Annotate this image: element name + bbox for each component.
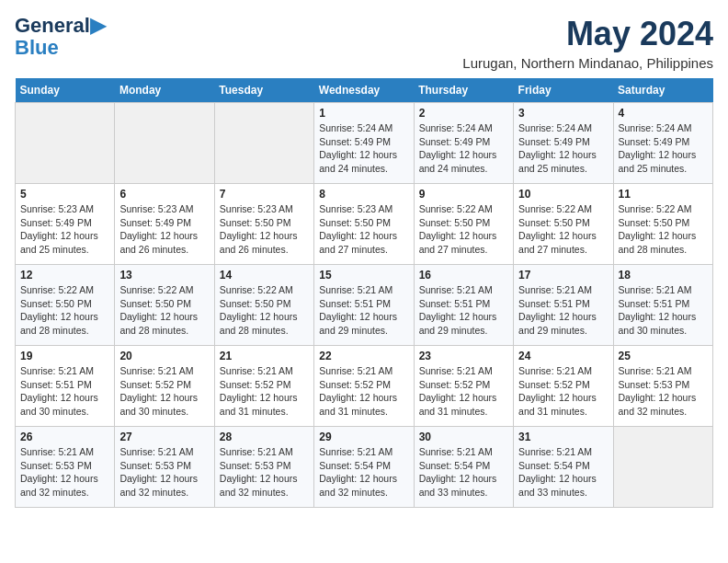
calendar-cell: 28Sunrise: 5:21 AMSunset: 5:53 PMDayligh… xyxy=(214,427,313,508)
weekday-header: Saturday xyxy=(613,78,712,103)
day-number: 25 xyxy=(619,350,708,362)
calendar-week-row: 19Sunrise: 5:21 AMSunset: 5:51 PMDayligh… xyxy=(16,346,713,427)
logo-text: General▶Blue xyxy=(15,15,106,59)
calendar-cell: 12Sunrise: 5:22 AMSunset: 5:50 PMDayligh… xyxy=(16,265,115,346)
day-detail: Sunrise: 5:21 AMSunset: 5:51 PMDaylight:… xyxy=(319,283,408,338)
day-detail: Sunrise: 5:22 AMSunset: 5:50 PMDaylight:… xyxy=(518,202,608,257)
day-number: 11 xyxy=(619,188,708,201)
day-detail: Sunrise: 5:23 AMSunset: 5:50 PMDaylight:… xyxy=(220,202,309,257)
day-number: 18 xyxy=(619,269,708,282)
calendar-cell xyxy=(214,103,313,184)
day-number: 31 xyxy=(518,431,608,443)
calendar-cell: 31Sunrise: 5:21 AMSunset: 5:54 PMDayligh… xyxy=(514,427,613,508)
calendar-cell xyxy=(115,103,214,184)
day-detail: Sunrise: 5:21 AMSunset: 5:52 PMDaylight:… xyxy=(518,364,608,419)
day-detail: Sunrise: 5:21 AMSunset: 5:52 PMDaylight:… xyxy=(220,364,309,419)
day-number: 21 xyxy=(220,350,309,362)
day-detail: Sunrise: 5:24 AMSunset: 5:49 PMDaylight:… xyxy=(419,121,508,176)
day-detail: Sunrise: 5:22 AMSunset: 5:50 PMDaylight:… xyxy=(20,283,109,338)
day-number: 17 xyxy=(518,269,608,282)
day-detail: Sunrise: 5:23 AMSunset: 5:50 PMDaylight:… xyxy=(319,202,408,257)
calendar-cell: 19Sunrise: 5:21 AMSunset: 5:51 PMDayligh… xyxy=(16,346,115,427)
weekday-header: Sunday xyxy=(16,78,115,103)
day-detail: Sunrise: 5:24 AMSunset: 5:49 PMDaylight:… xyxy=(619,121,708,176)
day-number: 26 xyxy=(20,431,109,443)
calendar-cell: 22Sunrise: 5:21 AMSunset: 5:52 PMDayligh… xyxy=(314,346,414,427)
day-detail: Sunrise: 5:23 AMSunset: 5:49 PMDaylight:… xyxy=(119,202,209,257)
day-number: 28 xyxy=(220,431,309,443)
calendar-cell: 6Sunrise: 5:23 AMSunset: 5:49 PMDaylight… xyxy=(115,184,214,265)
calendar-week-row: 26Sunrise: 5:21 AMSunset: 5:53 PMDayligh… xyxy=(16,427,713,508)
day-number: 16 xyxy=(419,269,508,282)
day-number: 27 xyxy=(119,431,209,443)
day-detail: Sunrise: 5:24 AMSunset: 5:49 PMDaylight:… xyxy=(319,121,408,176)
calendar-cell: 16Sunrise: 5:21 AMSunset: 5:51 PMDayligh… xyxy=(414,265,513,346)
day-detail: Sunrise: 5:22 AMSunset: 5:50 PMDaylight:… xyxy=(619,202,708,257)
weekday-header: Monday xyxy=(115,78,214,103)
day-number: 2 xyxy=(419,107,508,120)
calendar-header-row: SundayMondayTuesdayWednesdayThursdayFrid… xyxy=(16,78,713,103)
calendar-cell: 7Sunrise: 5:23 AMSunset: 5:50 PMDaylight… xyxy=(214,184,313,265)
weekday-header: Thursday xyxy=(414,78,513,103)
calendar-cell xyxy=(613,427,712,508)
day-number: 15 xyxy=(319,269,408,282)
day-detail: Sunrise: 5:21 AMSunset: 5:51 PMDaylight:… xyxy=(619,283,708,338)
location: Lurugan, Northern Mindanao, Philippines xyxy=(462,55,713,71)
calendar-cell: 30Sunrise: 5:21 AMSunset: 5:54 PMDayligh… xyxy=(414,427,513,508)
calendar-cell: 21Sunrise: 5:21 AMSunset: 5:52 PMDayligh… xyxy=(214,346,313,427)
day-detail: Sunrise: 5:21 AMSunset: 5:53 PMDaylight:… xyxy=(119,445,209,500)
day-detail: Sunrise: 5:21 AMSunset: 5:53 PMDaylight:… xyxy=(220,445,309,500)
calendar-cell: 18Sunrise: 5:21 AMSunset: 5:51 PMDayligh… xyxy=(613,265,712,346)
day-detail: Sunrise: 5:21 AMSunset: 5:52 PMDaylight:… xyxy=(119,364,209,419)
calendar-cell: 9Sunrise: 5:22 AMSunset: 5:50 PMDaylight… xyxy=(414,184,513,265)
calendar-table: SundayMondayTuesdayWednesdayThursdayFrid… xyxy=(15,78,713,508)
calendar-cell: 25Sunrise: 5:21 AMSunset: 5:53 PMDayligh… xyxy=(613,346,712,427)
calendar-cell: 17Sunrise: 5:21 AMSunset: 5:51 PMDayligh… xyxy=(514,265,613,346)
day-detail: Sunrise: 5:21 AMSunset: 5:53 PMDaylight:… xyxy=(619,364,708,419)
calendar-cell: 26Sunrise: 5:21 AMSunset: 5:53 PMDayligh… xyxy=(16,427,115,508)
day-number: 22 xyxy=(319,350,408,362)
weekday-header: Tuesday xyxy=(214,78,313,103)
calendar-cell: 29Sunrise: 5:21 AMSunset: 5:54 PMDayligh… xyxy=(314,427,414,508)
calendar-cell: 15Sunrise: 5:21 AMSunset: 5:51 PMDayligh… xyxy=(314,265,414,346)
calendar-cell: 1Sunrise: 5:24 AMSunset: 5:49 PMDaylight… xyxy=(314,103,414,184)
day-number: 9 xyxy=(419,188,508,201)
calendar-cell: 13Sunrise: 5:22 AMSunset: 5:50 PMDayligh… xyxy=(115,265,214,346)
day-number: 6 xyxy=(119,188,209,201)
day-detail: Sunrise: 5:21 AMSunset: 5:54 PMDaylight:… xyxy=(419,445,508,500)
calendar-cell xyxy=(16,103,115,184)
calendar-cell: 4Sunrise: 5:24 AMSunset: 5:49 PMDaylight… xyxy=(613,103,712,184)
calendar-cell: 5Sunrise: 5:23 AMSunset: 5:49 PMDaylight… xyxy=(16,184,115,265)
day-detail: Sunrise: 5:21 AMSunset: 5:51 PMDaylight:… xyxy=(20,364,109,419)
day-number: 30 xyxy=(419,431,508,443)
calendar-cell: 27Sunrise: 5:21 AMSunset: 5:53 PMDayligh… xyxy=(115,427,214,508)
day-detail: Sunrise: 5:21 AMSunset: 5:51 PMDaylight:… xyxy=(518,283,608,338)
calendar-cell: 23Sunrise: 5:21 AMSunset: 5:52 PMDayligh… xyxy=(414,346,513,427)
day-detail: Sunrise: 5:22 AMSunset: 5:50 PMDaylight:… xyxy=(119,283,209,338)
day-detail: Sunrise: 5:21 AMSunset: 5:53 PMDaylight:… xyxy=(20,445,109,500)
page-header: General▶Blue May 2024 Lurugan, Northern … xyxy=(15,15,713,71)
weekday-header: Wednesday xyxy=(314,78,414,103)
day-number: 24 xyxy=(518,350,608,362)
weekday-header: Friday xyxy=(514,78,613,103)
calendar-cell: 2Sunrise: 5:24 AMSunset: 5:49 PMDaylight… xyxy=(414,103,513,184)
day-detail: Sunrise: 5:24 AMSunset: 5:49 PMDaylight:… xyxy=(518,121,608,176)
day-number: 5 xyxy=(20,188,109,201)
month-title: May 2024 xyxy=(462,15,713,53)
day-detail: Sunrise: 5:23 AMSunset: 5:49 PMDaylight:… xyxy=(20,202,109,257)
day-number: 3 xyxy=(518,107,608,120)
calendar-cell: 20Sunrise: 5:21 AMSunset: 5:52 PMDayligh… xyxy=(115,346,214,427)
day-number: 23 xyxy=(419,350,508,362)
day-number: 4 xyxy=(619,107,708,120)
day-number: 13 xyxy=(119,269,209,282)
day-detail: Sunrise: 5:21 AMSunset: 5:54 PMDaylight:… xyxy=(518,445,608,500)
calendar-cell: 14Sunrise: 5:22 AMSunset: 5:50 PMDayligh… xyxy=(214,265,313,346)
day-number: 10 xyxy=(518,188,608,201)
day-number: 29 xyxy=(319,431,408,443)
day-number: 19 xyxy=(20,350,109,362)
calendar-cell: 24Sunrise: 5:21 AMSunset: 5:52 PMDayligh… xyxy=(514,346,613,427)
logo: General▶Blue xyxy=(15,15,106,59)
calendar-cell: 8Sunrise: 5:23 AMSunset: 5:50 PMDaylight… xyxy=(314,184,414,265)
calendar-body: 1Sunrise: 5:24 AMSunset: 5:49 PMDaylight… xyxy=(16,103,713,508)
calendar-cell: 11Sunrise: 5:22 AMSunset: 5:50 PMDayligh… xyxy=(613,184,712,265)
